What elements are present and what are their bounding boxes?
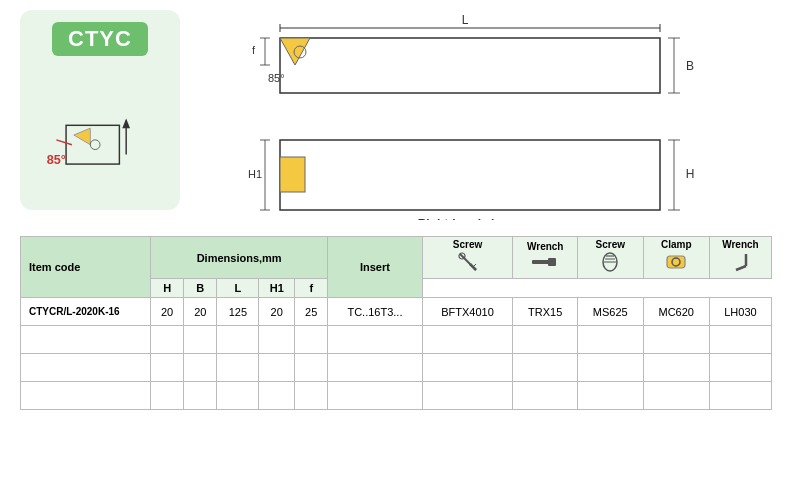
screw2-icon: [598, 250, 622, 274]
svg-rect-39: [548, 258, 556, 266]
svg-line-2: [56, 140, 72, 145]
page-container: CTYC 85°: [0, 0, 792, 501]
screw1-label: Screw: [425, 239, 511, 250]
clamp-label: Clamp: [646, 239, 707, 250]
dim-l: L: [217, 279, 259, 298]
cell-clamp: MC620: [643, 298, 709, 326]
table-row: CTYCR/L-2020K-16 20 20 125 20 25 TC..16T…: [21, 298, 772, 326]
cell-h: 20: [151, 298, 184, 326]
wrench1-icon: [530, 252, 560, 272]
cell-item-code-3: [21, 354, 151, 382]
technical-drawing-svg: L B f 85°: [200, 10, 710, 220]
cell-l: 125: [217, 298, 259, 326]
table-row: [21, 354, 772, 382]
svg-text:85°: 85°: [47, 153, 66, 167]
svg-rect-11: [280, 38, 660, 93]
cell-screw1: BFTX4010: [422, 298, 513, 326]
cell-insert: TC..16T3...: [328, 298, 422, 326]
col-header-screw2: Screw: [578, 237, 643, 279]
col-header-wrench1: Wrench: [513, 237, 578, 279]
dim-f: f: [295, 279, 328, 298]
col-header-item-code: Item code: [21, 237, 151, 298]
dim-b: B: [184, 279, 217, 298]
badge-container: CTYC 85°: [20, 10, 180, 210]
svg-marker-1: [74, 128, 90, 144]
table-section: Item code Dimensions,mm Insert Screw: [20, 236, 772, 410]
svg-rect-27: [280, 140, 660, 210]
technical-drawing: L B f 85°: [200, 10, 710, 220]
svg-text:H: H: [686, 167, 695, 181]
svg-text:H1: H1: [248, 168, 262, 180]
cell-item-code-4: [21, 382, 151, 410]
cell-screw2: MS625: [578, 298, 643, 326]
col-header-screw1: Screw: [422, 237, 513, 279]
badge-title: CTYC: [52, 22, 148, 56]
cell-f: 25: [295, 298, 328, 326]
cell-h1: 20: [259, 298, 295, 326]
svg-rect-0: [66, 125, 119, 164]
col-header-clamp: Clamp: [643, 237, 709, 279]
col-header-wrench2: Wrench: [709, 237, 771, 279]
dim-h1: H1: [259, 279, 295, 298]
svg-line-47: [736, 266, 746, 270]
wrench1-label: Wrench: [515, 241, 575, 252]
screw1-icon: [456, 250, 480, 274]
table-row: [21, 326, 772, 354]
cell-item-code-2: [21, 326, 151, 354]
col-header-insert: Insert: [328, 237, 422, 298]
wrench2-label: Wrench: [712, 239, 769, 250]
svg-text:f: f: [252, 44, 256, 56]
svg-text:85°: 85°: [268, 72, 285, 84]
screw2-label: Screw: [580, 239, 640, 250]
svg-text:Right-hand shown: Right-hand shown: [418, 217, 523, 220]
svg-point-6: [90, 140, 100, 150]
top-section: CTYC 85°: [20, 10, 772, 220]
wrench2-icon: [728, 250, 752, 274]
svg-marker-5: [122, 119, 130, 129]
cell-item-code: CTYCR/L-2020K-16: [21, 298, 151, 326]
cell-wrench1: TRX15: [513, 298, 578, 326]
svg-text:B: B: [686, 59, 694, 73]
dim-h: H: [151, 279, 184, 298]
table-row: [21, 382, 772, 410]
svg-text:L: L: [462, 13, 469, 27]
tool-diagram-svg: 85°: [35, 72, 165, 198]
cell-b: 20: [184, 298, 217, 326]
data-table: Item code Dimensions,mm Insert Screw: [20, 236, 772, 410]
col-header-dimensions: Dimensions,mm: [151, 237, 328, 279]
svg-rect-28: [280, 157, 305, 192]
cell-wrench2: LH030: [709, 298, 771, 326]
clamp-icon: [663, 250, 689, 274]
